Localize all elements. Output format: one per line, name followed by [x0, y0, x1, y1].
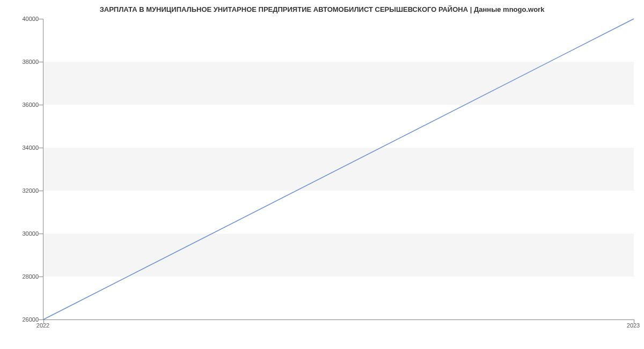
- x-tick: [43, 319, 44, 324]
- x-tick: [634, 319, 634, 324]
- y-tick-label: 36000: [22, 101, 39, 108]
- y-tick: [38, 319, 43, 320]
- x-tick-label: 2023: [627, 322, 640, 329]
- y-tick-label: 30000: [22, 230, 39, 237]
- plot-area: [43, 19, 634, 320]
- y-tick: [38, 148, 43, 148]
- y-tick: [38, 105, 43, 105]
- x-tick-label: 2022: [36, 322, 49, 329]
- data-line: [43, 19, 634, 319]
- chart-container: ЗАРПЛАТА В МУНИЦИПАЛЬНОЕ УНИТАРНОЕ ПРЕДП…: [0, 0, 644, 349]
- y-tick-label: 32000: [22, 187, 39, 194]
- y-tick: [38, 19, 43, 19]
- y-tick: [38, 234, 43, 234]
- y-tick: [38, 62, 43, 62]
- y-tick-label: 38000: [22, 59, 39, 65]
- chart-title: ЗАРПЛАТА В МУНИЦИПАЛЬНОЕ УНИТАРНОЕ ПРЕДП…: [0, 5, 644, 13]
- y-tick-label: 28000: [22, 273, 39, 280]
- svg-line-0: [43, 19, 634, 319]
- y-tick-label: 40000: [22, 16, 39, 22]
- y-tick: [38, 191, 43, 191]
- y-tick: [38, 277, 43, 277]
- y-tick-label: 34000: [22, 144, 39, 151]
